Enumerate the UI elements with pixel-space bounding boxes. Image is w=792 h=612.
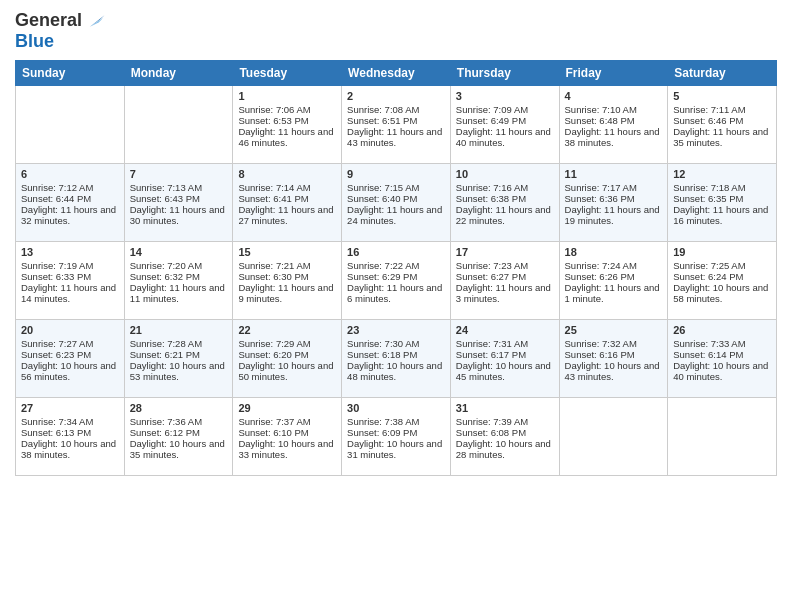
col-header-friday: Friday bbox=[559, 60, 668, 85]
calendar-cell: 25Sunrise: 7:32 AMSunset: 6:16 PMDayligh… bbox=[559, 319, 668, 397]
sunrise-text: Sunrise: 7:10 AM bbox=[565, 104, 663, 115]
day-number: 19 bbox=[673, 246, 771, 258]
calendar-cell: 8Sunrise: 7:14 AMSunset: 6:41 PMDaylight… bbox=[233, 163, 342, 241]
sunset-text: Sunset: 6:23 PM bbox=[21, 349, 119, 360]
sunset-text: Sunset: 6:13 PM bbox=[21, 427, 119, 438]
calendar-cell: 11Sunrise: 7:17 AMSunset: 6:36 PMDayligh… bbox=[559, 163, 668, 241]
calendar-cell: 27Sunrise: 7:34 AMSunset: 6:13 PMDayligh… bbox=[16, 397, 125, 475]
sunrise-text: Sunrise: 7:33 AM bbox=[673, 338, 771, 349]
daylight-text: Daylight: 11 hours and 35 minutes. bbox=[673, 126, 771, 148]
day-number: 16 bbox=[347, 246, 445, 258]
daylight-text: Daylight: 10 hours and 58 minutes. bbox=[673, 282, 771, 304]
sunrise-text: Sunrise: 7:31 AM bbox=[456, 338, 554, 349]
calendar-cell: 12Sunrise: 7:18 AMSunset: 6:35 PMDayligh… bbox=[668, 163, 777, 241]
day-number: 12 bbox=[673, 168, 771, 180]
day-number: 25 bbox=[565, 324, 663, 336]
daylight-text: Daylight: 11 hours and 16 minutes. bbox=[673, 204, 771, 226]
calendar-cell: 2Sunrise: 7:08 AMSunset: 6:51 PMDaylight… bbox=[342, 85, 451, 163]
day-number: 9 bbox=[347, 168, 445, 180]
day-number: 3 bbox=[456, 90, 554, 102]
calendar-cell: 10Sunrise: 7:16 AMSunset: 6:38 PMDayligh… bbox=[450, 163, 559, 241]
calendar-cell: 22Sunrise: 7:29 AMSunset: 6:20 PMDayligh… bbox=[233, 319, 342, 397]
sunrise-text: Sunrise: 7:13 AM bbox=[130, 182, 228, 193]
sunrise-text: Sunrise: 7:12 AM bbox=[21, 182, 119, 193]
calendar-cell: 16Sunrise: 7:22 AMSunset: 6:29 PMDayligh… bbox=[342, 241, 451, 319]
day-number: 4 bbox=[565, 90, 663, 102]
sunrise-text: Sunrise: 7:15 AM bbox=[347, 182, 445, 193]
calendar-week-row: 1Sunrise: 7:06 AMSunset: 6:53 PMDaylight… bbox=[16, 85, 777, 163]
daylight-text: Daylight: 10 hours and 33 minutes. bbox=[238, 438, 336, 460]
calendar-week-row: 6Sunrise: 7:12 AMSunset: 6:44 PMDaylight… bbox=[16, 163, 777, 241]
sunrise-text: Sunrise: 7:27 AM bbox=[21, 338, 119, 349]
daylight-text: Daylight: 11 hours and 11 minutes. bbox=[130, 282, 228, 304]
sunset-text: Sunset: 6:17 PM bbox=[456, 349, 554, 360]
sunset-text: Sunset: 6:12 PM bbox=[130, 427, 228, 438]
calendar-table: SundayMondayTuesdayWednesdayThursdayFrid… bbox=[15, 60, 777, 476]
calendar-cell: 5Sunrise: 7:11 AMSunset: 6:46 PMDaylight… bbox=[668, 85, 777, 163]
sunset-text: Sunset: 6:44 PM bbox=[21, 193, 119, 204]
sunrise-text: Sunrise: 7:16 AM bbox=[456, 182, 554, 193]
sunset-text: Sunset: 6:10 PM bbox=[238, 427, 336, 438]
sunset-text: Sunset: 6:18 PM bbox=[347, 349, 445, 360]
sunset-text: Sunset: 6:51 PM bbox=[347, 115, 445, 126]
daylight-text: Daylight: 10 hours and 38 minutes. bbox=[21, 438, 119, 460]
daylight-text: Daylight: 10 hours and 48 minutes. bbox=[347, 360, 445, 382]
sunset-text: Sunset: 6:46 PM bbox=[673, 115, 771, 126]
calendar-cell: 4Sunrise: 7:10 AMSunset: 6:48 PMDaylight… bbox=[559, 85, 668, 163]
day-number: 22 bbox=[238, 324, 336, 336]
sunset-text: Sunset: 6:38 PM bbox=[456, 193, 554, 204]
sunset-text: Sunset: 6:21 PM bbox=[130, 349, 228, 360]
sunrise-text: Sunrise: 7:20 AM bbox=[130, 260, 228, 271]
sunset-text: Sunset: 6:49 PM bbox=[456, 115, 554, 126]
calendar-cell: 14Sunrise: 7:20 AMSunset: 6:32 PMDayligh… bbox=[124, 241, 233, 319]
sunset-text: Sunset: 6:41 PM bbox=[238, 193, 336, 204]
daylight-text: Daylight: 10 hours and 40 minutes. bbox=[673, 360, 771, 382]
calendar-cell: 13Sunrise: 7:19 AMSunset: 6:33 PMDayligh… bbox=[16, 241, 125, 319]
sunset-text: Sunset: 6:30 PM bbox=[238, 271, 336, 282]
sunset-text: Sunset: 6:35 PM bbox=[673, 193, 771, 204]
page: General Blue SundayMondayTuesdayWednesda… bbox=[0, 0, 792, 612]
sunset-text: Sunset: 6:09 PM bbox=[347, 427, 445, 438]
sunset-text: Sunset: 6:16 PM bbox=[565, 349, 663, 360]
daylight-text: Daylight: 11 hours and 32 minutes. bbox=[21, 204, 119, 226]
calendar-cell: 30Sunrise: 7:38 AMSunset: 6:09 PMDayligh… bbox=[342, 397, 451, 475]
calendar-cell: 9Sunrise: 7:15 AMSunset: 6:40 PMDaylight… bbox=[342, 163, 451, 241]
day-number: 5 bbox=[673, 90, 771, 102]
day-number: 30 bbox=[347, 402, 445, 414]
daylight-text: Daylight: 11 hours and 6 minutes. bbox=[347, 282, 445, 304]
daylight-text: Daylight: 11 hours and 40 minutes. bbox=[456, 126, 554, 148]
col-header-wednesday: Wednesday bbox=[342, 60, 451, 85]
sunrise-text: Sunrise: 7:34 AM bbox=[21, 416, 119, 427]
daylight-text: Daylight: 11 hours and 22 minutes. bbox=[456, 204, 554, 226]
sunset-text: Sunset: 6:53 PM bbox=[238, 115, 336, 126]
calendar-cell: 19Sunrise: 7:25 AMSunset: 6:24 PMDayligh… bbox=[668, 241, 777, 319]
calendar-week-row: 13Sunrise: 7:19 AMSunset: 6:33 PMDayligh… bbox=[16, 241, 777, 319]
day-number: 6 bbox=[21, 168, 119, 180]
daylight-text: Daylight: 10 hours and 53 minutes. bbox=[130, 360, 228, 382]
day-number: 10 bbox=[456, 168, 554, 180]
sunrise-text: Sunrise: 7:30 AM bbox=[347, 338, 445, 349]
daylight-text: Daylight: 11 hours and 30 minutes. bbox=[130, 204, 228, 226]
calendar-cell: 28Sunrise: 7:36 AMSunset: 6:12 PMDayligh… bbox=[124, 397, 233, 475]
svg-marker-0 bbox=[90, 15, 105, 27]
calendar-cell: 23Sunrise: 7:30 AMSunset: 6:18 PMDayligh… bbox=[342, 319, 451, 397]
header: General Blue bbox=[15, 10, 777, 52]
sunrise-text: Sunrise: 7:22 AM bbox=[347, 260, 445, 271]
sunrise-text: Sunrise: 7:11 AM bbox=[673, 104, 771, 115]
day-number: 24 bbox=[456, 324, 554, 336]
calendar-cell: 29Sunrise: 7:37 AMSunset: 6:10 PMDayligh… bbox=[233, 397, 342, 475]
calendar-cell: 1Sunrise: 7:06 AMSunset: 6:53 PMDaylight… bbox=[233, 85, 342, 163]
svg-marker-1 bbox=[90, 18, 103, 27]
logo-general-text: General bbox=[15, 11, 82, 31]
daylight-text: Daylight: 10 hours and 31 minutes. bbox=[347, 438, 445, 460]
daylight-text: Daylight: 11 hours and 19 minutes. bbox=[565, 204, 663, 226]
day-number: 28 bbox=[130, 402, 228, 414]
logo-icon bbox=[84, 10, 106, 32]
col-header-sunday: Sunday bbox=[16, 60, 125, 85]
sunrise-text: Sunrise: 7:21 AM bbox=[238, 260, 336, 271]
sunset-text: Sunset: 6:26 PM bbox=[565, 271, 663, 282]
calendar-week-row: 27Sunrise: 7:34 AMSunset: 6:13 PMDayligh… bbox=[16, 397, 777, 475]
col-header-saturday: Saturday bbox=[668, 60, 777, 85]
day-number: 7 bbox=[130, 168, 228, 180]
sunset-text: Sunset: 6:29 PM bbox=[347, 271, 445, 282]
